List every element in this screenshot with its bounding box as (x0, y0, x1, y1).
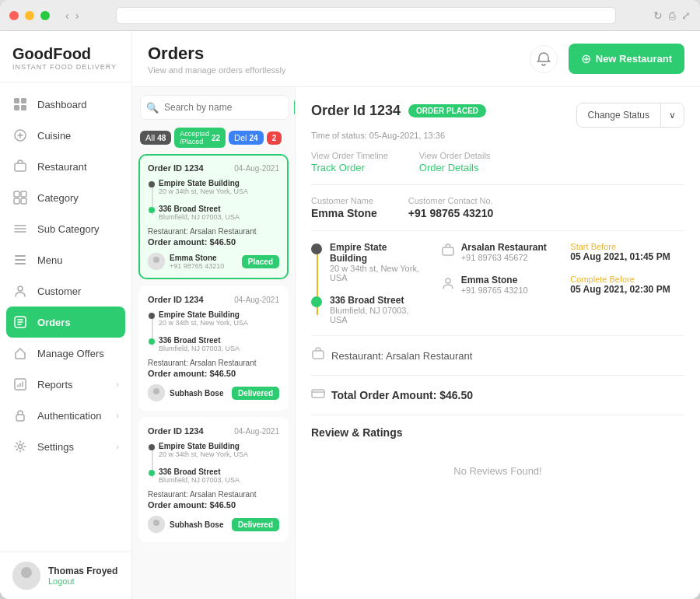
back-icon[interactable]: ‹ (65, 9, 69, 22)
customer-contact-val: +91 98765 43210 (408, 207, 493, 219)
route-to-city: Blumfield, NJ 07003, USA (330, 306, 425, 324)
svg-rect-28 (313, 351, 324, 359)
customer-info-1: Emma Stone +91 98765 43210 (148, 253, 224, 270)
svg-rect-16 (16, 415, 24, 421)
customer-details-1: Emma Stone +91 98765 43210 (170, 254, 224, 270)
order-card-1[interactable]: Order ID 1234 04-Aug-2021 Empire State B… (138, 154, 289, 279)
filter-tab-rejected[interactable]: 2 (267, 131, 282, 145)
courier-dc-phone: +91 98765 43210 (461, 285, 528, 295)
order-id-2: Order ID 1234 (148, 295, 204, 304)
all-count: 48 (157, 134, 166, 142)
url-bar[interactable] (116, 7, 616, 24)
order-card-2[interactable]: Order ID 1234 04-Aug-2021 Empire State B… (138, 285, 289, 411)
refresh-icon[interactable]: ↻ (653, 9, 663, 22)
order-footer-2: Subhash Bose Delivered (148, 384, 279, 401)
sidebar-item-manage-offers[interactable]: Manage Offers (0, 338, 131, 369)
order-card-1-header: Order ID 1234 04-Aug-2021 (148, 163, 279, 173)
to-addr-1: 336 Broad Street (159, 205, 279, 213)
filter-tab-all[interactable]: All 48 (140, 131, 171, 145)
no-reviews-message: No Reviews Found! (311, 450, 684, 492)
amount-icon (311, 387, 325, 404)
complete-before-val: 05 Aug 2021, 02:30 PM (570, 284, 684, 295)
search-icon: 🔍 (146, 102, 159, 114)
maximize-button[interactable] (40, 11, 50, 20)
restaurant-dc-details: Arsalan Restaurant +91 89763 45672 (461, 242, 547, 262)
new-restaurant-button[interactable]: ⊕ New Restaurant (569, 44, 684, 74)
close-button[interactable] (9, 11, 19, 20)
notification-button[interactable] (530, 45, 558, 73)
sidebar: GoodFood INSTANT FOOD DELIVERY Dashboard… (0, 31, 132, 599)
customer-info-2: Subhash Bose (148, 384, 223, 401)
order-date-1: 04-Aug-2021 (234, 164, 279, 173)
amount-row: Total Order Amount: $46.50 (311, 387, 684, 415)
sidebar-item-menu[interactable]: Menu (0, 244, 131, 275)
sidebar-item-authentication[interactable]: Authentication › (0, 400, 131, 431)
complete-before-item: Complete Before 05 Aug 2021, 02:30 PM (570, 275, 684, 295)
sidebar-item-reports[interactable]: Reports › (0, 369, 131, 400)
customer-info-3: Subhash Bose (148, 516, 223, 533)
user-avatar (12, 562, 40, 590)
sidebar-footer: Thomas Froyed Logout (0, 552, 131, 599)
sidebar-item-dashboard[interactable]: Dashboard (0, 89, 131, 120)
status-badge-2: Delivered (232, 387, 279, 400)
content-area: 🔍 Filter ⚙ All 48 Accepted/Placed 22 Del… (132, 87, 700, 599)
sidebar-item-subcategory[interactable]: Sub Category (0, 213, 131, 244)
courier-dc-details: Emma Stone +91 98765 43210 (461, 275, 528, 295)
minimize-button[interactable] (25, 11, 34, 20)
from-city-3: 20 w 34th st, New York, USA (159, 450, 279, 458)
filter-tab-accepted[interactable]: Accepted/Placed 22 (174, 128, 226, 148)
sidebar-label-restaurant: Restaurant (37, 161, 87, 173)
order-id-1: Order ID 1234 (148, 163, 204, 173)
restaurant-2: Restaurant: Arsalan Restaurant (148, 359, 279, 367)
search-input[interactable] (140, 95, 289, 120)
sidebar-item-category[interactable]: Category (0, 182, 131, 213)
filter-tab-delivered[interactable]: Del 24 (229, 131, 264, 145)
app-window: ‹ › ↻ ⎙ ⤢ GoodFood INSTANT FOOD DELIVERY… (0, 0, 700, 599)
plus-icon: ⊕ (581, 51, 591, 66)
logo-name: GoodFood (12, 45, 119, 63)
page-title: Orders (148, 44, 286, 64)
sidebar-item-customer[interactable]: Customer (0, 275, 131, 307)
sidebar-item-restaurant[interactable]: Restaurant (0, 151, 131, 182)
order-details-link[interactable]: Order Details (419, 162, 491, 173)
sidebar-item-orders[interactable]: Orders (6, 307, 125, 338)
new-restaurant-label: New Restaurant (596, 53, 672, 65)
customer-name-val: Emma Stone (311, 207, 377, 219)
start-before-item: Start Before 05 Aug 2021, 01:45 PM (570, 242, 684, 262)
route-to-addr: 336 Broad Street (330, 295, 425, 306)
order-card-3-header: Order ID 1234 04-Aug-2021 (148, 426, 279, 436)
courier-dc-item: Emma Stone +91 98765 43210 (441, 275, 555, 295)
courier-dc-icon (441, 276, 455, 293)
cust-name-1: Emma Stone (170, 254, 224, 262)
settings-arrow-icon: › (116, 442, 119, 451)
forward-icon[interactable]: › (75, 9, 79, 22)
order-card-2-header: Order ID 1234 04-Aug-2021 (148, 295, 279, 304)
svg-rect-12 (15, 263, 26, 264)
to-city-1: Blumfield, NJ 07003, USA (159, 213, 279, 221)
page-subtitle: View and manage orders effortlessly (148, 65, 286, 75)
logout-link[interactable]: Logout (48, 576, 117, 586)
order-id-3: Order ID 1234 (148, 426, 204, 436)
start-before-val: 05 Aug 2021, 01:45 PM (570, 251, 684, 262)
orders-panel: 🔍 Filter ⚙ All 48 Accepted/Placed 22 Del… (132, 87, 296, 599)
reports-icon (12, 377, 28, 392)
share-icon[interactable]: ⎙ (669, 9, 675, 22)
track-order-link[interactable]: Track Order (311, 162, 388, 173)
fullscreen-icon[interactable]: ⤢ (681, 9, 691, 22)
logo: GoodFood INSTANT FOOD DELIVERY (0, 31, 131, 82)
change-status-button[interactable]: Change Status ∨ (576, 103, 684, 128)
track-order-section-label: View Order Timeline (311, 151, 388, 160)
sidebar-item-cuisine[interactable]: Cuisine (0, 120, 131, 151)
app-body: GoodFood INSTANT FOOD DELIVERY Dashboard… (0, 31, 700, 599)
customer-icon (12, 283, 28, 299)
sidebar-item-settings[interactable]: Settings › (0, 431, 131, 462)
route-to-details: 336 Broad Street Blumfield, NJ 07003, US… (330, 295, 425, 324)
main-content: Orders View and manage orders effortless… (132, 31, 700, 599)
customer-avatar-2 (148, 384, 165, 401)
svg-point-27 (446, 278, 450, 283)
order-date-3: 04-Aug-2021 (234, 427, 279, 436)
order-card-3[interactable]: Order ID 1234 04-Aug-2021 Empire State B… (138, 417, 289, 542)
from-city-1: 20 w 34th st, New York, USA (159, 187, 279, 195)
order-details-section-label: View Order Details (419, 151, 491, 160)
to-city-3: Blumfield, NJ 07003, USA (159, 476, 279, 484)
